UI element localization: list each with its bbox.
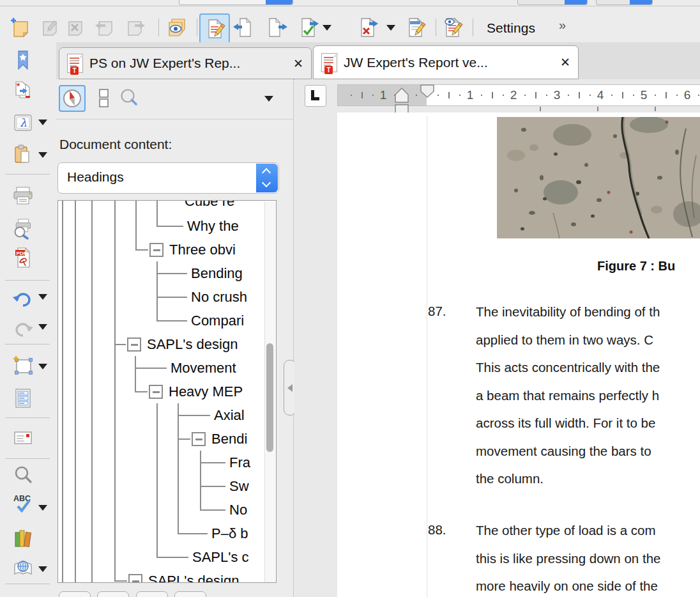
tree-item[interactable]: No crush [191, 288, 247, 306]
text-line: movement causing the bars to [476, 437, 700, 465]
partial-bottom-button[interactable] [59, 591, 91, 597]
tab-jw-experts-report[interactable]: T JW Expert's Report ve... ✕ [313, 45, 579, 79]
tree-item[interactable]: Cube re [185, 201, 234, 210]
undo-icon [11, 286, 34, 309]
print-preview-button[interactable] [9, 214, 37, 242]
navigator-compass-button[interactable] [59, 85, 86, 112]
tree-item[interactable]: Movement [171, 359, 236, 377]
track-changes-button[interactable] [199, 13, 230, 44]
paragraph-87-text: The inevitability of bending of thapplie… [476, 298, 700, 493]
redo-icon [11, 316, 34, 339]
add-comment-button[interactable] [6, 13, 34, 42]
tree-item[interactable]: SAPL's design [148, 572, 239, 582]
tree-item[interactable]: No [229, 501, 247, 519]
partial-bottom-button[interactable] [174, 591, 206, 597]
compare-document-icon: * [11, 80, 34, 103]
tab-ps-on-jw-experts-report[interactable]: T PS on JW Expert's Rep... ✕ [59, 47, 312, 79]
tab-close-icon[interactable]: ✕ [293, 56, 303, 71]
export-pdf-button[interactable]: PDF [9, 244, 37, 272]
document-page[interactable]: Figure 7 : Bu 87. The inevitability of b… [337, 112, 700, 597]
gallery-button[interactable] [9, 525, 37, 553]
first-line-indent-marker[interactable] [420, 84, 435, 98]
formula-button[interactable]: λ [9, 109, 37, 137]
tree-guide-line [178, 403, 179, 534]
navigator-listbox-button[interactable] [92, 87, 115, 110]
bookmark-button[interactable] [9, 47, 37, 75]
show-comments-button[interactable] [163, 13, 191, 42]
hyperlink-dropdown[interactable] [38, 566, 47, 572]
toolbar-separator [158, 19, 159, 36]
navigator-zoom-button[interactable] [118, 87, 141, 110]
show-changes-button[interactable] [438, 13, 466, 42]
tree-collapse-box[interactable] [127, 337, 141, 352]
document-content-label: Document content: [59, 137, 172, 152]
standard-toolbar-vertical: * λ PDF ABC [0, 42, 57, 597]
paste-button[interactable] [9, 141, 37, 169]
tree-collapse-box[interactable] [149, 385, 163, 399]
partial-bottom-button[interactable] [97, 591, 129, 597]
insert-frame-button[interactable] [9, 352, 37, 380]
tree-item[interactable]: Bending [191, 265, 243, 283]
reject-change-dropdown[interactable] [386, 25, 395, 31]
ruler-number: 2 [507, 88, 520, 102]
tab-close-icon[interactable]: ✕ [560, 55, 570, 70]
undo-button[interactable] [9, 283, 37, 311]
tree-scrollbar[interactable] [264, 201, 275, 583]
select-stepper[interactable] [256, 164, 278, 192]
tab-label: PS on JW Expert's Rep... [89, 56, 240, 71]
spellcheck-dropdown[interactable] [38, 505, 47, 511]
settings-button[interactable]: Settings [487, 20, 535, 36]
find-button[interactable] [9, 461, 37, 489]
hyperlink-button[interactable] [9, 555, 37, 583]
navigator-menu-dropdown[interactable] [264, 96, 273, 102]
reject-change-button[interactable] [353, 13, 381, 42]
tree-item[interactable]: Axial [214, 407, 245, 424]
horizontal-ruler[interactable]: 1123456 [337, 84, 700, 106]
previous-change-button[interactable] [230, 13, 258, 42]
toolbar-overflow-chevron[interactable]: » [559, 18, 566, 33]
tree-scrollbar-thumb[interactable] [266, 343, 273, 452]
tree-item[interactable]: Bendi [211, 430, 247, 448]
content-mode-select[interactable]: Headings [57, 162, 279, 194]
undo-dropdown[interactable] [38, 294, 47, 300]
ruler-tick [524, 95, 526, 96]
tree-item[interactable]: SAPL's c [192, 548, 249, 566]
tree-collapse-box[interactable] [149, 243, 164, 257]
print-button[interactable] [9, 182, 37, 210]
next-comment-button [122, 13, 150, 42]
tree-item[interactable]: SAPL's design [147, 336, 238, 353]
redo-button [9, 313, 37, 341]
tree-item[interactable]: Sw [229, 477, 249, 495]
paste-dropdown[interactable] [38, 152, 47, 158]
toolbar-separator [5, 174, 50, 174]
manage-changes-button[interactable] [401, 13, 429, 42]
accept-change-button[interactable] [294, 13, 322, 42]
partial-bottom-button[interactable] [136, 591, 168, 597]
tree-connector [135, 249, 148, 251]
tree-item[interactable]: Heavy MEP [169, 383, 243, 401]
document-tabbar: T PS on JW Expert's Rep... ✕ T JW Expert… [56, 42, 700, 80]
tree-collapse-box[interactable] [128, 574, 142, 582]
formula-dropdown[interactable] [38, 120, 47, 125]
compare-document-button[interactable]: * [9, 77, 37, 105]
ruler-tick [676, 95, 678, 96]
show-comments-icon [165, 16, 188, 39]
tree-item[interactable]: Three obvi [169, 241, 236, 259]
tree-item[interactable]: Compari [191, 312, 244, 330]
envelope-button[interactable] [9, 424, 37, 452]
accept-change-dropdown[interactable] [323, 25, 331, 31]
insert-section-button[interactable] [9, 384, 37, 412]
toolbar-separator [5, 458, 50, 459]
show-changes-icon [441, 16, 464, 39]
next-change-button[interactable] [262, 13, 291, 42]
ruler-tick [361, 92, 363, 98]
tree-item[interactable]: Why the [187, 217, 239, 235]
spellcheck-button[interactable]: ABC [9, 490, 37, 518]
tree-collapse-box[interactable] [192, 432, 206, 446]
redo-dropdown[interactable] [38, 324, 47, 330]
tabstop-type-button[interactable] [305, 85, 326, 107]
figure-7-concrete-crack-photo[interactable] [497, 117, 700, 238]
tree-item[interactable]: P–δ b [211, 525, 248, 543]
tree-item[interactable]: Fra [229, 454, 250, 472]
insert-frame-dropdown[interactable] [38, 364, 47, 369]
